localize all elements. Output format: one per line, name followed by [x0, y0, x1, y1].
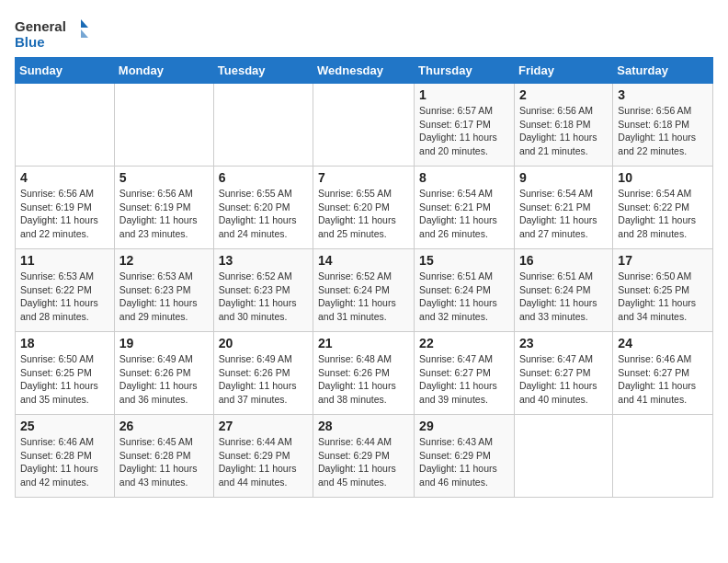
day-number: 25 [20, 419, 109, 433]
day-number: 28 [318, 419, 409, 433]
day-cell [313, 84, 415, 167]
day-info: Sunrise: 6:44 AMSunset: 6:29 PMDaylight:… [318, 435, 409, 489]
day-number: 23 [519, 336, 608, 350]
day-cell: 19Sunrise: 6:49 AMSunset: 6:26 PMDayligh… [114, 332, 213, 415]
svg-text:General: General [15, 18, 66, 34]
col-tuesday: Tuesday [213, 58, 313, 84]
week-row-4: 18Sunrise: 6:50 AMSunset: 6:25 PMDayligh… [16, 332, 713, 415]
day-info: Sunrise: 6:53 AMSunset: 6:22 PMDaylight:… [20, 270, 109, 324]
day-cell [514, 415, 612, 498]
day-number: 26 [119, 419, 209, 433]
week-row-1: 1Sunrise: 6:57 AMSunset: 6:17 PMDaylight… [16, 84, 713, 167]
day-info: Sunrise: 6:52 AMSunset: 6:23 PMDaylight:… [219, 270, 308, 324]
day-info: Sunrise: 6:50 AMSunset: 6:25 PMDaylight:… [20, 352, 109, 407]
day-number: 2 [519, 87, 608, 102]
day-cell: 4Sunrise: 6:56 AMSunset: 6:19 PMDaylight… [16, 167, 115, 249]
day-number: 27 [219, 419, 308, 433]
day-cell: 17Sunrise: 6:50 AMSunset: 6:25 PMDayligh… [613, 249, 713, 332]
day-info: Sunrise: 6:48 AMSunset: 6:26 PMDaylight:… [318, 352, 409, 407]
day-info: Sunrise: 6:54 AMSunset: 6:21 PMDaylight:… [519, 187, 608, 241]
day-cell [114, 84, 213, 167]
day-cell: 6Sunrise: 6:55 AMSunset: 6:20 PMDaylight… [213, 167, 313, 249]
day-info: Sunrise: 6:55 AMSunset: 6:20 PMDaylight:… [219, 187, 308, 241]
svg-text:Blue: Blue [15, 34, 45, 50]
day-cell: 1Sunrise: 6:57 AMSunset: 6:17 PMDaylight… [415, 84, 515, 167]
day-number: 17 [618, 253, 708, 268]
day-cell: 21Sunrise: 6:48 AMSunset: 6:26 PMDayligh… [313, 332, 415, 415]
day-number: 10 [618, 170, 708, 185]
day-cell: 8Sunrise: 6:54 AMSunset: 6:21 PMDaylight… [415, 167, 515, 249]
day-info: Sunrise: 6:54 AMSunset: 6:22 PMDaylight:… [618, 187, 708, 241]
day-number: 19 [119, 336, 209, 350]
day-number: 21 [318, 336, 409, 350]
day-info: Sunrise: 6:45 AMSunset: 6:28 PMDaylight:… [119, 435, 209, 489]
day-number: 16 [519, 253, 608, 268]
day-cell: 15Sunrise: 6:51 AMSunset: 6:24 PMDayligh… [415, 249, 515, 332]
day-cell: 18Sunrise: 6:50 AMSunset: 6:25 PMDayligh… [16, 332, 115, 415]
day-info: Sunrise: 6:49 AMSunset: 6:26 PMDaylight:… [219, 352, 308, 407]
day-cell: 24Sunrise: 6:46 AMSunset: 6:27 PMDayligh… [613, 332, 713, 415]
col-sunday: Sunday [16, 58, 115, 84]
col-wednesday: Wednesday [313, 58, 415, 84]
day-cell [613, 415, 713, 498]
day-cell: 10Sunrise: 6:54 AMSunset: 6:22 PMDayligh… [613, 167, 713, 249]
day-cell: 13Sunrise: 6:52 AMSunset: 6:23 PMDayligh… [213, 249, 313, 332]
day-cell: 28Sunrise: 6:44 AMSunset: 6:29 PMDayligh… [313, 415, 415, 498]
day-number: 5 [119, 170, 209, 185]
day-info: Sunrise: 6:57 AMSunset: 6:17 PMDaylight:… [419, 104, 509, 158]
day-number: 7 [318, 170, 409, 185]
header-row: Sunday Monday Tuesday Wednesday Thursday… [16, 58, 713, 84]
col-monday: Monday [114, 58, 213, 84]
day-number: 12 [119, 253, 209, 268]
day-info: Sunrise: 6:56 AMSunset: 6:18 PMDaylight:… [618, 104, 708, 158]
col-friday: Friday [514, 58, 612, 84]
day-info: Sunrise: 6:54 AMSunset: 6:21 PMDaylight:… [419, 187, 509, 241]
logo: General Blue [15, 15, 88, 52]
day-info: Sunrise: 6:43 AMSunset: 6:29 PMDaylight:… [419, 435, 509, 489]
day-cell: 14Sunrise: 6:52 AMSunset: 6:24 PMDayligh… [313, 249, 415, 332]
day-info: Sunrise: 6:49 AMSunset: 6:26 PMDaylight:… [119, 352, 209, 407]
day-info: Sunrise: 6:56 AMSunset: 6:18 PMDaylight:… [519, 104, 608, 158]
day-cell: 12Sunrise: 6:53 AMSunset: 6:23 PMDayligh… [114, 249, 213, 332]
week-row-3: 11Sunrise: 6:53 AMSunset: 6:22 PMDayligh… [16, 249, 713, 332]
day-cell: 20Sunrise: 6:49 AMSunset: 6:26 PMDayligh… [213, 332, 313, 415]
day-cell: 3Sunrise: 6:56 AMSunset: 6:18 PMDaylight… [613, 84, 713, 167]
day-number: 3 [618, 87, 708, 102]
day-number: 11 [20, 253, 109, 268]
day-cell: 5Sunrise: 6:56 AMSunset: 6:19 PMDaylight… [114, 167, 213, 249]
col-thursday: Thursday [415, 58, 515, 84]
day-cell: 25Sunrise: 6:46 AMSunset: 6:28 PMDayligh… [16, 415, 115, 498]
day-number: 9 [519, 170, 608, 185]
day-cell: 9Sunrise: 6:54 AMSunset: 6:21 PMDaylight… [514, 167, 612, 249]
day-cell: 27Sunrise: 6:44 AMSunset: 6:29 PMDayligh… [213, 415, 313, 498]
day-number: 4 [20, 170, 109, 185]
day-cell [213, 84, 313, 167]
col-saturday: Saturday [613, 58, 713, 84]
day-number: 8 [419, 170, 509, 185]
day-cell: 23Sunrise: 6:47 AMSunset: 6:27 PMDayligh… [514, 332, 612, 415]
svg-marker-2 [81, 19, 88, 28]
day-info: Sunrise: 6:47 AMSunset: 6:27 PMDaylight:… [519, 352, 608, 407]
week-row-2: 4Sunrise: 6:56 AMSunset: 6:19 PMDaylight… [16, 167, 713, 249]
day-info: Sunrise: 6:50 AMSunset: 6:25 PMDaylight:… [618, 270, 708, 324]
day-number: 14 [318, 253, 409, 268]
day-info: Sunrise: 6:46 AMSunset: 6:28 PMDaylight:… [20, 435, 109, 489]
day-number: 20 [219, 336, 308, 350]
day-info: Sunrise: 6:56 AMSunset: 6:19 PMDaylight:… [20, 187, 109, 241]
week-row-5: 25Sunrise: 6:46 AMSunset: 6:28 PMDayligh… [16, 415, 713, 498]
day-cell: 7Sunrise: 6:55 AMSunset: 6:20 PMDaylight… [313, 167, 415, 249]
day-number: 13 [219, 253, 308, 268]
day-number: 24 [618, 336, 708, 350]
day-info: Sunrise: 6:47 AMSunset: 6:27 PMDaylight:… [419, 352, 509, 407]
day-info: Sunrise: 6:46 AMSunset: 6:27 PMDaylight:… [618, 352, 708, 407]
day-info: Sunrise: 6:56 AMSunset: 6:19 PMDaylight:… [119, 187, 209, 241]
svg-marker-3 [81, 29, 88, 38]
day-number: 22 [419, 336, 509, 350]
day-info: Sunrise: 6:44 AMSunset: 6:29 PMDaylight:… [219, 435, 308, 489]
day-info: Sunrise: 6:53 AMSunset: 6:23 PMDaylight:… [119, 270, 209, 324]
calendar-table: Sunday Monday Tuesday Wednesday Thursday… [15, 57, 713, 498]
day-number: 29 [419, 419, 509, 433]
day-cell: 2Sunrise: 6:56 AMSunset: 6:18 PMDaylight… [514, 84, 612, 167]
day-number: 15 [419, 253, 509, 268]
day-cell [16, 84, 115, 167]
